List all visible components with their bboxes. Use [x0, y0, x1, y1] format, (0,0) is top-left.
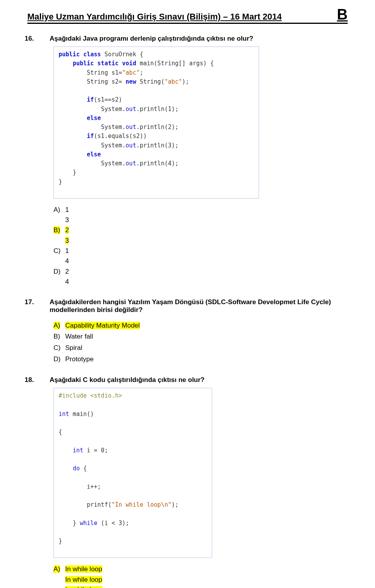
question-18: 18.Aşağıdaki C kodu çalıştırıldığında çı…	[37, 376, 348, 588]
q16-option-c: C) 1	[54, 246, 348, 256]
q16-option-d: D) 2	[54, 267, 348, 277]
q16-number: 16.	[37, 35, 50, 43]
q18-option-a: A) In while loop	[54, 564, 348, 574]
q17-text: 17.Aşağıdakilerden hangisi Yazılım Yaşam…	[37, 298, 348, 314]
q17-option-c: C) Spiral	[54, 342, 348, 354]
q16-code-box: public class SoruOrnek { public static v…	[54, 47, 259, 199]
q16-code: public class SoruOrnek { public static v…	[59, 50, 254, 186]
q16-options: A) 1 3 B) 2 3 C) 1 4 D) 2 4	[54, 205, 348, 287]
q17-option-a: A) Capability Maturity Model	[54, 320, 348, 332]
q18-options: A) In while loop In while loop In while …	[54, 564, 348, 588]
q16-option-b: B) 2	[54, 225, 348, 235]
page-header: Maliye Uzman Yardımcılığı Giriş Sınavı (…	[27, 7, 348, 24]
q17-number: 17.	[37, 298, 50, 306]
q16-option-d-line2: 4	[54, 277, 348, 287]
header-title: Maliye Uzman Yardımcılığı Giriş Sınavı (…	[27, 12, 282, 22]
q18-code-box: #include <stdio.h> int main() { int i = …	[54, 388, 212, 558]
q18-option-a-line2: In while loop	[54, 575, 348, 585]
q18-number: 18.	[37, 376, 50, 384]
question-16: 16.Aşağıdaki Java programı derlenip çalı…	[37, 35, 348, 287]
q16-option-a-line2: 3	[54, 215, 348, 225]
q17-option-d: D) Prototype	[54, 354, 348, 365]
q18-option-a-line3: In while loop	[54, 585, 348, 588]
question-17: 17.Aşağıdakilerden hangisi Yazılım Yaşam…	[37, 298, 348, 366]
q16-option-b-line2: 3	[54, 236, 348, 246]
q17-options: A) Capability Maturity Model B) Water fa…	[54, 320, 348, 366]
q16-text: 16.Aşağıdaki Java programı derlenip çalı…	[37, 35, 348, 43]
q17-option-b: B) Water fall	[54, 331, 348, 342]
q18-text: 18.Aşağıdaki C kodu çalıştırıldığında çı…	[37, 376, 348, 384]
header-badge: B	[337, 7, 348, 22]
q18-code: #include <stdio.h> int main() { int i = …	[59, 391, 207, 546]
q16-option-c-line2: 4	[54, 256, 348, 266]
q16-option-a: A) 1	[54, 205, 348, 215]
